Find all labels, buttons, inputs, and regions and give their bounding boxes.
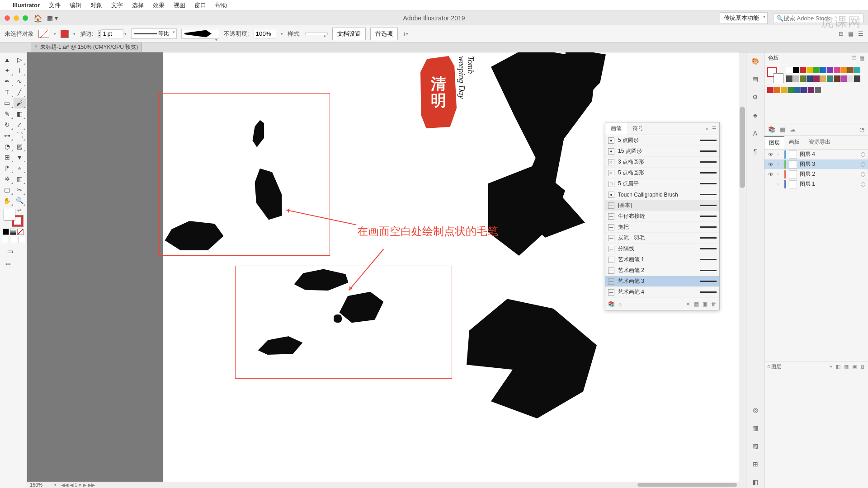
blend-tool[interactable]: ⟐ — [14, 163, 26, 174]
swatches-panel-header[interactable]: 色板 ☰▦ — [764, 52, 868, 64]
delete-brush-icon[interactable]: 🗑 — [711, 301, 717, 307]
fill-swatch-none[interactable] — [38, 30, 49, 38]
grid-view-icon[interactable]: ▦ — [859, 55, 864, 61]
isolate-icon[interactable]: ▤ — [848, 30, 854, 37]
color-guide-icon[interactable]: ▤ — [750, 73, 761, 85]
layer-name[interactable]: 图层 2 — [800, 170, 815, 178]
brush-item[interactable]: ○5 点椭圆形 — [605, 168, 719, 178]
transform-icon[interactable]: ⊞ — [839, 30, 844, 37]
line-tool[interactable]: ╱ — [14, 87, 26, 98]
drawing-mode-normal[interactable] — [2, 237, 9, 243]
eyedropper-tool[interactable]: ⁋ — [1, 163, 14, 174]
swatch[interactable] — [807, 67, 813, 73]
document-setup-button[interactable]: 文档设置 — [332, 28, 366, 40]
brush-item[interactable]: ●15 点圆形 — [605, 146, 719, 157]
new-brush-icon[interactable]: ▣ — [703, 301, 708, 307]
fill-stroke-indicator[interactable]: ⇄ — [4, 209, 24, 227]
close-tab-icon[interactable]: × — [34, 43, 38, 51]
target-icon[interactable] — [861, 152, 865, 157]
screen-mode-button[interactable]: ▭ — [4, 246, 16, 257]
libraries-icon[interactable]: ♣ — [750, 109, 761, 121]
fill-dropdown-icon[interactable]: ▾ — [54, 32, 56, 36]
swatch[interactable] — [847, 75, 854, 82]
workspace-dropdown[interactable]: 传统基本功能 — [720, 12, 768, 24]
menu-effect[interactable]: 效果 — [153, 1, 165, 9]
vertical-scrollbar[interactable] — [739, 52, 746, 482]
app-name[interactable]: Illustrator — [13, 2, 40, 9]
swatch[interactable] — [781, 87, 787, 93]
graph-tool[interactable]: ▥ — [14, 174, 26, 184]
brush-item[interactable]: —艺术画笔 4 — [605, 287, 719, 298]
swatch[interactable] — [800, 75, 806, 82]
color-mode-button[interactable] — [3, 229, 9, 235]
swatch[interactable] — [815, 87, 821, 93]
menu-edit[interactable]: 编辑 — [70, 1, 81, 9]
type-tool[interactable]: T — [1, 87, 14, 98]
lasso-tool[interactable]: ⌇ — [14, 65, 26, 76]
swatch[interactable] — [813, 67, 820, 73]
selection-tool[interactable]: ▲ — [1, 54, 14, 65]
edit-toolbar-button[interactable]: ••• — [1, 261, 26, 267]
minimize-window-button[interactable] — [14, 15, 19, 21]
clipping-mask-icon[interactable]: ◧ — [836, 364, 840, 370]
swatch[interactable] — [854, 75, 860, 82]
brush-item[interactable]: ○3 点椭圆形 — [605, 157, 719, 168]
shape-builder-tool[interactable]: ◔ — [1, 141, 14, 152]
rectangle-tool[interactable]: ▭ — [1, 98, 14, 108]
character-icon[interactable]: A — [750, 127, 761, 139]
collapse-icon[interactable]: » — [706, 126, 708, 131]
visibility-toggle-icon[interactable]: 👁 — [767, 151, 774, 158]
swatch[interactable] — [840, 67, 847, 73]
scrollbar-thumb[interactable] — [740, 107, 745, 188]
menu-file[interactable]: 文件 — [49, 1, 61, 9]
brush-item[interactable]: ●Touch Calligraphic Brush — [605, 189, 719, 200]
drawing-mode-behind[interactable] — [10, 237, 17, 243]
slice-tool[interactable]: ✂ — [14, 184, 26, 195]
stroke-weight-control[interactable]: ▴▾ ▾ — [98, 29, 127, 38]
curvature-tool[interactable]: ∿ — [14, 76, 26, 87]
swatch-kind-icon[interactable]: ▦ — [780, 126, 785, 133]
brush-item[interactable]: □5 点扁平 — [605, 178, 719, 189]
list-view-icon[interactable]: ☰ — [852, 55, 857, 61]
canvas-area[interactable]: 清明 Tomb weeping Day 在画面空白处绘制点状的毛笔 — [27, 52, 746, 488]
swatch[interactable] — [794, 87, 801, 93]
pathfinder-icon[interactable]: ◧ — [750, 476, 761, 488]
adobe-stock-search[interactable]: 🔍 — [773, 14, 863, 23]
remove-stroke-icon[interactable]: ✕ — [686, 301, 690, 307]
brush-item[interactable]: —分隔线 — [605, 244, 719, 254]
swatch[interactable] — [786, 67, 793, 73]
shaper-tool[interactable]: ✎ — [1, 108, 14, 119]
mesh-tool[interactable]: ⊞ — [1, 152, 14, 163]
home-icon[interactable]: 🏠 — [33, 14, 42, 23]
swatch[interactable] — [834, 67, 840, 73]
artboard-tool[interactable]: ▢ — [1, 184, 14, 195]
fill-indicator[interactable] — [4, 209, 15, 221]
gradient-tool[interactable]: ▼ — [14, 152, 26, 163]
maximize-window-button[interactable] — [23, 15, 28, 21]
brush-item[interactable]: —牛仔布接缝 — [605, 211, 719, 222]
paragraph-icon[interactable]: ¶ — [750, 145, 761, 157]
color-panel-icon[interactable]: 🎨 — [750, 55, 761, 67]
swatch-grid[interactable] — [786, 67, 865, 83]
brush-item[interactable]: —艺术画笔 3 — [605, 276, 719, 287]
brush-options-icon[interactable]: ▦ — [694, 301, 699, 307]
swatch-options-icon[interactable]: ☁ — [790, 126, 796, 133]
layers-tab[interactable]: 图层 — [764, 136, 784, 149]
delete-layer-icon[interactable]: 🗑 — [860, 364, 865, 370]
opacity-input[interactable] — [254, 29, 276, 38]
swatch[interactable] — [800, 67, 806, 73]
appearance-icon[interactable]: ◎ — [750, 404, 761, 416]
swatch[interactable] — [793, 67, 799, 73]
close-window-button[interactable] — [5, 15, 10, 21]
menu-help[interactable]: 帮助 — [215, 1, 227, 9]
hand-tool[interactable]: ✋ — [1, 195, 14, 206]
swatch[interactable] — [807, 75, 813, 82]
brush-item[interactable]: —艺术画笔 1 — [605, 254, 719, 265]
swatch[interactable] — [854, 67, 860, 73]
layer-row[interactable]: 👁 › 图层 3 — [764, 160, 868, 169]
magic-wand-tool[interactable]: ✦ — [1, 65, 14, 76]
stroke-profile-dropdown[interactable]: 等比 — [131, 28, 177, 39]
arrange-documents-icon[interactable]: ▦ ▾ — [47, 14, 58, 22]
align-panel-icon[interactable]: ⊞ — [750, 458, 761, 470]
swatch[interactable] — [847, 67, 854, 73]
